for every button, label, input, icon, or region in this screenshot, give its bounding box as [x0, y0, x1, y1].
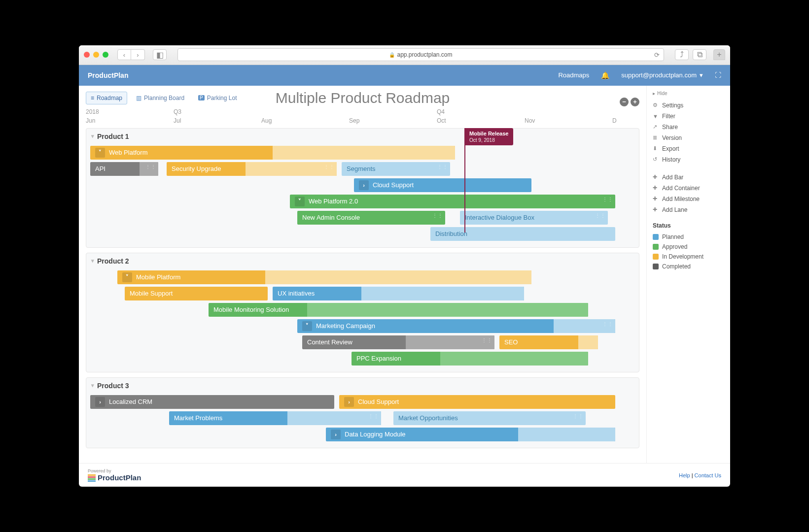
- sidebar-toggle-icon[interactable]: ◧: [153, 49, 167, 60]
- bar-content-review[interactable]: Content Review ⋮⋮: [302, 335, 494, 349]
- nav-roadmaps[interactable]: Roadmaps: [558, 71, 589, 79]
- hide-panel-button[interactable]: ▸ Hide: [653, 91, 724, 96]
- bar-cloud-support-p3[interactable]: ›Cloud Support: [339, 395, 615, 409]
- drag-handle-icon[interactable]: ⋮⋮: [368, 413, 379, 419]
- bar-security-upgrade[interactable]: Security Upgrade ⋮⋮: [167, 162, 337, 176]
- tab-roadmap[interactable]: ≡Roadmap: [86, 92, 127, 104]
- fullscreen-icon[interactable]: ⛶: [715, 71, 721, 79]
- gear-icon: ⚙: [653, 102, 659, 108]
- tab-parking-lot[interactable]: PParking Lot: [193, 92, 242, 104]
- minimize-icon[interactable]: [93, 52, 99, 58]
- url-bar[interactable]: 🔒 app.productplan.com ⟳: [177, 48, 664, 61]
- share-icon[interactable]: ⤴: [675, 49, 689, 60]
- drag-handle-icon[interactable]: ⋮⋮: [145, 164, 156, 169]
- menu-history[interactable]: ↺History: [653, 154, 724, 165]
- tab-planning-board[interactable]: ▥Planning Board: [131, 92, 189, 104]
- drag-handle-icon[interactable]: ⋮⋮: [602, 197, 613, 202]
- drag-handle-icon[interactable]: ⋮⋮: [595, 213, 606, 218]
- drag-handle-icon[interactable]: ⋮⋮: [437, 164, 448, 169]
- bar-mobile-support[interactable]: Mobile Support: [125, 287, 268, 300]
- drag-handle-icon[interactable]: ⋮⋮: [573, 413, 584, 419]
- lane-product-2: ▾Product 2 ˅Mobile Platform Mobile Suppo…: [86, 253, 639, 372]
- bar-ux-initiatives[interactable]: UX initiatives: [273, 287, 524, 300]
- plus-icon: ✚: [653, 185, 659, 191]
- browser-chrome: ‹ › ◧ 🔒 app.productplan.com ⟳ ⤴ ⧉ +: [79, 45, 730, 65]
- bar-cloud-support[interactable]: ›Cloud Support: [354, 178, 531, 192]
- share-icon: ↗: [653, 124, 659, 130]
- close-icon[interactable]: [84, 52, 90, 58]
- tabs-icon[interactable]: ⧉: [693, 49, 706, 60]
- month-nov: Nov: [525, 117, 535, 124]
- bar-web-platform-2[interactable]: ˅Web Platform 2.0⋮⋮: [290, 195, 615, 208]
- bar-mobile-platform[interactable]: ˅Mobile Platform: [117, 270, 531, 284]
- bar-label: Segments: [347, 165, 376, 172]
- milestone-flag[interactable]: Mobile Release Oct 9, 2018: [464, 128, 513, 145]
- year-label: 2018: [86, 108, 99, 115]
- lane-title-text: Product 1: [97, 133, 129, 140]
- bar-admin-console[interactable]: New Admin Console⋮⋮: [297, 211, 445, 225]
- bar-dialogue-box[interactable]: Interactive Dialogue Box⋮⋮: [460, 211, 608, 225]
- menu-settings[interactable]: ⚙Settings: [653, 100, 724, 111]
- menu-filter[interactable]: ▼Filter: [653, 111, 724, 122]
- menu-share[interactable]: ↗Share: [653, 122, 724, 133]
- q3-label: Q3: [174, 108, 181, 115]
- footer-links: Help | Contact Us: [679, 472, 721, 478]
- add-lane-button[interactable]: ✚Add Lane: [653, 204, 724, 215]
- add-bar-button[interactable]: ✚Add Bar: [653, 172, 724, 183]
- bar-web-platform[interactable]: ˅Web Platform⋮⋮: [90, 146, 455, 160]
- legend-planned: Planned: [653, 232, 724, 242]
- lane-header[interactable]: ▾Product 3: [86, 378, 639, 394]
- reload-icon[interactable]: ⟳: [654, 51, 660, 59]
- bell-icon[interactable]: 🔔: [601, 71, 609, 79]
- user-menu[interactable]: support@productplan.com ▾: [621, 71, 703, 79]
- chevron-down-icon: ▾: [91, 382, 94, 389]
- drag-handle-icon[interactable]: ⋮⋮: [324, 164, 335, 169]
- lane-title-text: Product 2: [97, 257, 129, 265]
- month-jul: Jul: [174, 117, 181, 124]
- bar-api[interactable]: API ⋮⋮: [90, 162, 158, 176]
- plus-icon: ✚: [653, 206, 659, 213]
- footer-logo[interactable]: ProductPlan: [88, 473, 141, 482]
- drag-handle-icon[interactable]: ⋮⋮: [602, 321, 613, 327]
- back-button[interactable]: ‹: [117, 49, 131, 60]
- bar-localized-crm[interactable]: ›Localized CRM: [90, 395, 334, 409]
- roadmap-icon: ≡: [91, 95, 94, 101]
- maximize-icon[interactable]: [103, 52, 108, 58]
- legend-label: Approved: [662, 243, 687, 250]
- drag-handle-icon[interactable]: ⋮⋮: [482, 337, 492, 343]
- zoom-in-button[interactable]: +: [631, 98, 639, 106]
- add-milestone-button[interactable]: ✚Add Milestone: [653, 194, 724, 204]
- new-tab-button[interactable]: +: [713, 49, 725, 60]
- brand-logo[interactable]: ProductPlan: [88, 71, 128, 79]
- app-header: ProductPlan Roadmaps 🔔 support@productpl…: [79, 65, 730, 86]
- forward-button[interactable]: ›: [131, 49, 145, 60]
- logo-icon: [88, 474, 96, 482]
- zoom-out-button[interactable]: −: [620, 98, 629, 106]
- menu-export[interactable]: ⬇Export: [653, 143, 724, 154]
- help-link[interactable]: Help: [679, 472, 690, 478]
- month-oct: Oct: [437, 117, 446, 124]
- bar-monitoring[interactable]: Mobile Monitoring Solution: [209, 303, 588, 317]
- bar-market-opps[interactable]: Market Opportunities⋮⋮: [393, 411, 586, 425]
- milestone-marker[interactable]: Mobile Release Oct 9, 2018: [464, 128, 465, 233]
- contact-link[interactable]: Contact Us: [695, 472, 721, 478]
- timeline-header: 2018 Q3 Q4 Jun Jul Aug Sep Oct Nov D: [79, 108, 646, 125]
- lane-header[interactable]: ▾Product 1: [86, 129, 639, 144]
- bar-seo[interactable]: SEO: [499, 335, 598, 349]
- bar-data-logging[interactable]: ›Data Logging Module: [326, 428, 615, 441]
- bar-label: Cloud Support: [373, 181, 414, 189]
- q4-label: Q4: [437, 108, 445, 115]
- add-container-button[interactable]: ✚Add Container: [653, 183, 724, 194]
- bar-ppc[interactable]: PPC Expansion: [352, 352, 588, 366]
- bar-distribution[interactable]: Distribution: [430, 227, 615, 241]
- plus-icon: ✚: [653, 174, 659, 180]
- legend-in-development: In Development: [653, 252, 724, 262]
- bar-label: Web Platform: [109, 149, 148, 156]
- lane-header[interactable]: ▾Product 2: [86, 253, 639, 269]
- window-controls[interactable]: [84, 52, 108, 58]
- bar-segments[interactable]: Segments⋮⋮: [342, 162, 450, 176]
- bar-market-problems[interactable]: Market Problems ⋮⋮: [169, 411, 381, 425]
- menu-version[interactable]: ≣Version: [653, 133, 724, 143]
- bar-marketing[interactable]: ˅Marketing Campaign ⋮⋮: [297, 319, 615, 333]
- drag-handle-icon[interactable]: ⋮⋮: [432, 213, 443, 218]
